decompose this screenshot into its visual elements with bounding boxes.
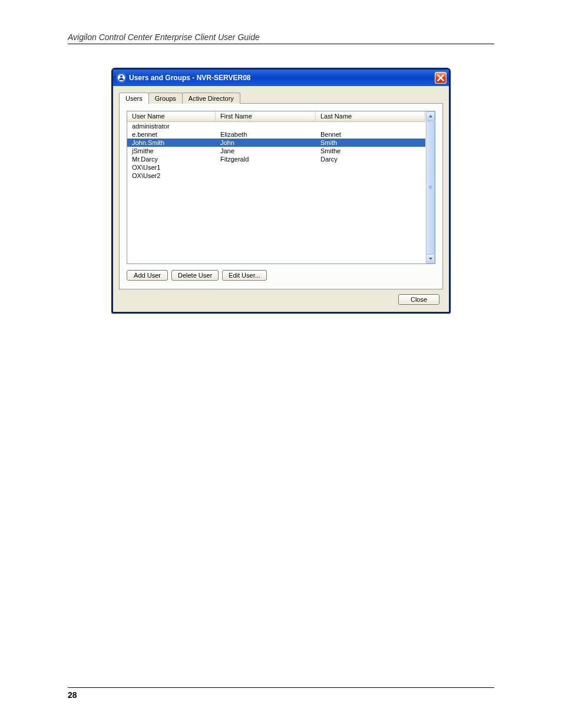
tab-users[interactable]: Users xyxy=(119,93,149,104)
doc-header: Avigilon Control Center Enterprise Clien… xyxy=(68,32,494,44)
cell-lastname xyxy=(316,172,425,180)
table-row[interactable]: John.SmithJohnSmith xyxy=(127,139,425,147)
close-button[interactable]: Close xyxy=(398,294,439,305)
cell-lastname: Smithe xyxy=(316,147,425,155)
table-row[interactable]: administrator xyxy=(127,122,425,130)
dialog-body: Users Groups Active Directory User Name … xyxy=(113,86,449,312)
page-number: 28 xyxy=(68,687,494,700)
edit-user-button[interactable]: Edit User... xyxy=(222,270,267,281)
scroll-down-icon[interactable] xyxy=(426,254,435,263)
cell-firstname: Elizabeth xyxy=(216,130,316,139)
table-row[interactable]: OX\User1 xyxy=(127,163,425,172)
cell-lastname: Darcy xyxy=(316,155,425,163)
scrollbar[interactable] xyxy=(425,111,435,263)
scroll-thumb[interactable] xyxy=(426,121,435,254)
app-icon xyxy=(117,73,126,83)
table-row[interactable]: e.bennetElizabethBennet xyxy=(127,130,425,139)
scroll-up-icon[interactable] xyxy=(426,111,435,121)
column-username[interactable]: User Name xyxy=(127,111,216,121)
cell-username: e.bennet xyxy=(127,130,216,139)
scroll-track[interactable] xyxy=(426,121,435,254)
cell-firstname xyxy=(216,172,316,180)
list-rows: administratore.bennetElizabethBennetJohn… xyxy=(127,122,425,180)
cell-username: Mr.Darcy xyxy=(127,155,216,163)
cell-username: OX\User2 xyxy=(127,172,216,180)
table-row[interactable]: jSmitheJaneSmithe xyxy=(127,147,425,155)
users-tab-panel: User Name First Name Last Name administr… xyxy=(119,103,443,289)
cell-firstname: John xyxy=(216,139,316,147)
users-list: User Name First Name Last Name administr… xyxy=(127,111,435,264)
cell-lastname: Smith xyxy=(316,139,425,147)
cell-firstname xyxy=(216,122,316,130)
cell-firstname xyxy=(216,163,316,172)
cell-lastname xyxy=(316,163,425,172)
column-firstname[interactable]: First Name xyxy=(216,111,316,121)
cell-firstname: Jane xyxy=(216,147,316,155)
add-user-button[interactable]: Add User xyxy=(127,270,168,281)
cell-username: administrator xyxy=(127,122,216,130)
cell-username: John.Smith xyxy=(127,139,216,147)
cell-username: jSmithe xyxy=(127,147,216,155)
cell-firstname: Fitzgerald xyxy=(216,155,316,163)
tab-groups[interactable]: Groups xyxy=(148,93,183,104)
dialog-footer: Close xyxy=(119,289,443,306)
users-groups-dialog: Users and Groups - NVR-SERVER08 Users Gr… xyxy=(111,68,451,314)
tab-strip: Users Groups Active Directory xyxy=(119,92,443,103)
cell-lastname: Bennet xyxy=(316,130,425,139)
dialog-title: Users and Groups - NVR-SERVER08 xyxy=(129,74,435,82)
table-row[interactable]: Mr.DarcyFitzgeraldDarcy xyxy=(127,155,425,163)
close-icon[interactable] xyxy=(435,72,447,84)
table-row[interactable]: OX\User2 xyxy=(127,172,425,180)
button-row: Add User Delete User Edit User... xyxy=(127,270,435,281)
svg-point-1 xyxy=(120,75,123,78)
titlebar: Users and Groups - NVR-SERVER08 xyxy=(113,70,449,86)
cell-username: OX\User1 xyxy=(127,163,216,172)
list-header: User Name First Name Last Name xyxy=(127,111,425,122)
cell-lastname xyxy=(316,122,425,130)
column-lastname[interactable]: Last Name xyxy=(316,111,425,121)
delete-user-button[interactable]: Delete User xyxy=(171,270,219,281)
tab-active-directory[interactable]: Active Directory xyxy=(182,93,240,104)
